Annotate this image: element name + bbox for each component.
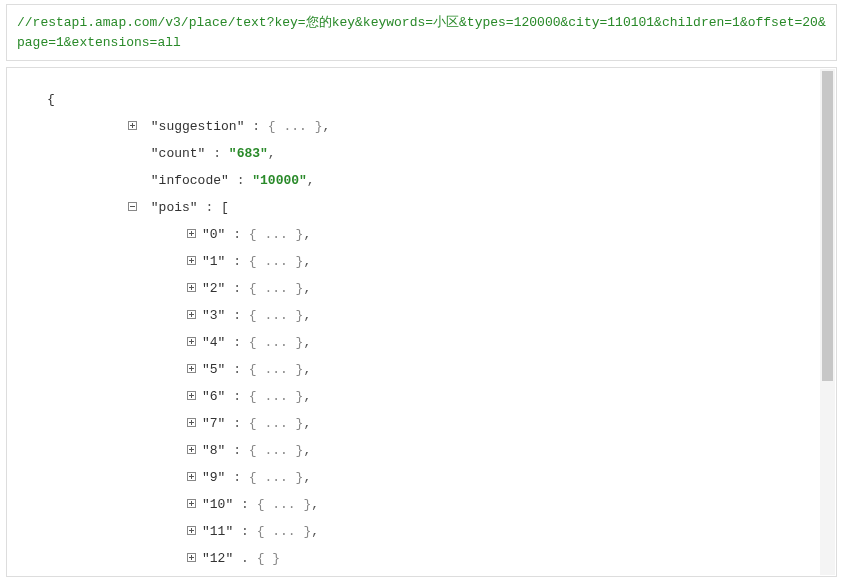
- pois-item-key: "0": [202, 227, 225, 242]
- pois-item: "8" : { ... },: [47, 437, 826, 464]
- pois-item: "4" : { ... },: [47, 329, 826, 356]
- scrollbar-track[interactable]: [820, 69, 835, 575]
- pois-item-value: { ... }: [249, 443, 304, 458]
- pois-item-key: "5": [202, 362, 225, 377]
- collapse-icon[interactable]: [128, 202, 137, 211]
- expand-icon[interactable]: [187, 418, 196, 427]
- expand-icon[interactable]: [187, 472, 196, 481]
- pois-item: "6" : { ... },: [47, 383, 826, 410]
- pois-item: "12" . { }: [47, 545, 826, 572]
- pois-item-key: "4": [202, 335, 225, 350]
- pois-item: "3" : { ... },: [47, 302, 826, 329]
- json-field-count: "count" : "683",: [47, 140, 826, 167]
- pois-item-value: { ... }: [257, 497, 312, 512]
- pois-item-value: { ... }: [249, 308, 304, 323]
- json-field-suggestion: "suggestion" : { ... },: [47, 113, 826, 140]
- pois-item-key: "3": [202, 308, 225, 323]
- expand-icon[interactable]: [187, 499, 196, 508]
- expand-icon[interactable]: [187, 256, 196, 265]
- pois-item-key: "7": [202, 416, 225, 431]
- expand-icon[interactable]: [187, 364, 196, 373]
- pois-item-key: "10": [202, 497, 233, 512]
- pois-item-value: { ... }: [249, 362, 304, 377]
- pois-item: "7" : { ... },: [47, 410, 826, 437]
- pois-item: "5" : { ... },: [47, 356, 826, 383]
- request-url-text: //restapi.amap.com/v3/place/text?key=您的k…: [17, 15, 826, 50]
- pois-item-key: "1": [202, 254, 225, 269]
- json-open-brace: {: [47, 86, 826, 113]
- expand-icon[interactable]: [187, 310, 196, 319]
- pois-item-key: "2": [202, 281, 225, 296]
- pois-item-key: "12": [202, 551, 233, 566]
- pois-item: "11" : { ... },: [47, 518, 826, 545]
- pois-item-value: { ... }: [249, 227, 304, 242]
- json-field-infocode: "infocode" : "10000",: [47, 167, 826, 194]
- expand-icon[interactable]: [187, 229, 196, 238]
- pois-item-value: { }: [257, 551, 280, 566]
- expand-icon[interactable]: [187, 445, 196, 454]
- pois-item: "1" : { ... },: [47, 248, 826, 275]
- pois-item-value: { ... }: [257, 524, 312, 539]
- expand-icon[interactable]: [187, 526, 196, 535]
- expand-icon[interactable]: [128, 121, 137, 130]
- expand-icon[interactable]: [187, 337, 196, 346]
- pois-item-value: { ... }: [249, 281, 304, 296]
- response-box: { "suggestion" : { ... }, "count" : "683…: [6, 67, 837, 577]
- expand-icon[interactable]: [187, 283, 196, 292]
- json-field-pois: "pois" : [: [47, 194, 826, 221]
- pois-item-key: "9": [202, 470, 225, 485]
- pois-item: "10" : { ... },: [47, 491, 826, 518]
- pois-item-key: "6": [202, 389, 225, 404]
- request-url-box: //restapi.amap.com/v3/place/text?key=您的k…: [6, 4, 837, 61]
- pois-item-value: { ... }: [249, 254, 304, 269]
- expand-icon[interactable]: [187, 553, 196, 562]
- pois-item-value: { ... }: [249, 335, 304, 350]
- pois-item: "0" : { ... },: [47, 221, 826, 248]
- response-content: { "suggestion" : { ... }, "count" : "683…: [7, 68, 836, 576]
- pois-item-value: { ... }: [249, 470, 304, 485]
- pois-item-key: "11": [202, 524, 233, 539]
- pois-item: "2" : { ... },: [47, 275, 826, 302]
- pois-item-value: { ... }: [249, 416, 304, 431]
- expand-icon[interactable]: [187, 391, 196, 400]
- pois-item-value: { ... }: [249, 389, 304, 404]
- pois-item: "9" : { ... },: [47, 464, 826, 491]
- scrollbar-thumb[interactable]: [822, 71, 833, 381]
- pois-item-key: "8": [202, 443, 225, 458]
